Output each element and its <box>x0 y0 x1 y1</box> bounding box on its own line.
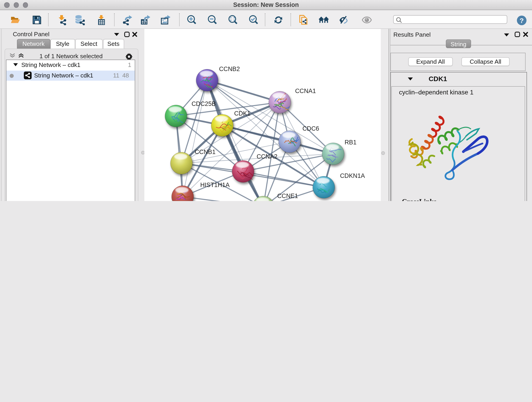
svg-text:HIST1H1A: HIST1H1A <box>200 182 230 188</box>
svg-text:CCNA1: CCNA1 <box>295 88 316 95</box>
svg-text:CCNB2: CCNB2 <box>219 65 240 72</box>
svg-text:CDC6: CDC6 <box>302 125 319 132</box>
svg-text:CDKN1A: CDKN1A <box>340 172 365 179</box>
svg-text:RB1: RB1 <box>345 139 356 146</box>
svg-text:CCNB1: CCNB1 <box>195 148 215 155</box>
svg-text:CDC25B: CDC25B <box>191 100 216 107</box>
svg-text:CCNA2: CCNA2 <box>257 153 278 160</box>
svg-text:CCNE1: CCNE1 <box>277 192 298 199</box>
svg-text:CDK1: CDK1 <box>234 110 250 117</box>
